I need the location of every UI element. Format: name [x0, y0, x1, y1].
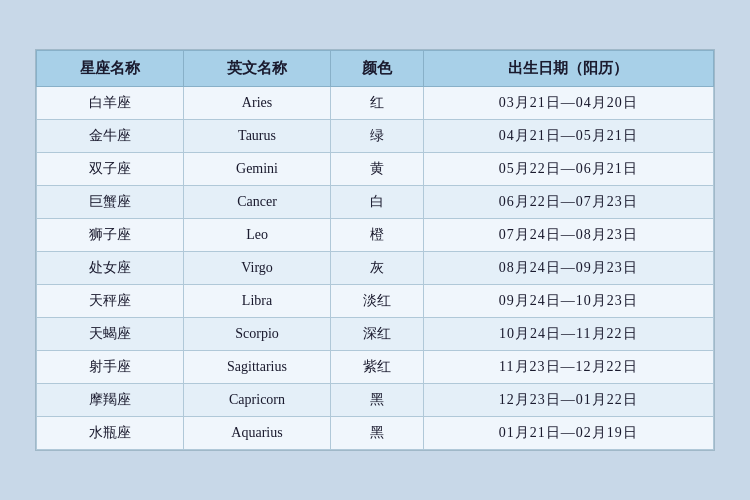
cell-english: Virgo	[184, 252, 331, 285]
cell-english: Aries	[184, 87, 331, 120]
table-row: 摩羯座Capricorn黑12月23日—01月22日	[37, 384, 714, 417]
table-row: 射手座Sagittarius紫红11月23日—12月22日	[37, 351, 714, 384]
cell-chinese: 天秤座	[37, 285, 184, 318]
cell-english: Leo	[184, 219, 331, 252]
cell-color: 灰	[331, 252, 424, 285]
cell-chinese: 巨蟹座	[37, 186, 184, 219]
cell-chinese: 处女座	[37, 252, 184, 285]
table-row: 天蝎座Scorpio深红10月24日—11月22日	[37, 318, 714, 351]
cell-dates: 04月21日—05月21日	[423, 120, 713, 153]
table-row: 天秤座Libra淡红09月24日—10月23日	[37, 285, 714, 318]
col-header-english: 英文名称	[184, 51, 331, 87]
cell-dates: 12月23日—01月22日	[423, 384, 713, 417]
zodiac-table-container: 星座名称 英文名称 颜色 出生日期（阳历） 白羊座Aries红03月21日—04…	[35, 49, 715, 451]
table-row: 处女座Virgo灰08月24日—09月23日	[37, 252, 714, 285]
table-header-row: 星座名称 英文名称 颜色 出生日期（阳历）	[37, 51, 714, 87]
cell-english: Capricorn	[184, 384, 331, 417]
cell-english: Aquarius	[184, 417, 331, 450]
table-row: 金牛座Taurus绿04月21日—05月21日	[37, 120, 714, 153]
table-row: 巨蟹座Cancer白06月22日—07月23日	[37, 186, 714, 219]
cell-color: 红	[331, 87, 424, 120]
cell-dates: 10月24日—11月22日	[423, 318, 713, 351]
cell-color: 黑	[331, 417, 424, 450]
cell-chinese: 金牛座	[37, 120, 184, 153]
col-header-color: 颜色	[331, 51, 424, 87]
cell-chinese: 天蝎座	[37, 318, 184, 351]
cell-english: Cancer	[184, 186, 331, 219]
cell-dates: 07月24日—08月23日	[423, 219, 713, 252]
cell-dates: 03月21日—04月20日	[423, 87, 713, 120]
cell-chinese: 狮子座	[37, 219, 184, 252]
table-row: 水瓶座Aquarius黑01月21日—02月19日	[37, 417, 714, 450]
cell-english: Scorpio	[184, 318, 331, 351]
cell-chinese: 摩羯座	[37, 384, 184, 417]
cell-english: Sagittarius	[184, 351, 331, 384]
zodiac-table: 星座名称 英文名称 颜色 出生日期（阳历） 白羊座Aries红03月21日—04…	[36, 50, 714, 450]
cell-dates: 11月23日—12月22日	[423, 351, 713, 384]
table-row: 狮子座Leo橙07月24日—08月23日	[37, 219, 714, 252]
cell-english: Libra	[184, 285, 331, 318]
col-header-chinese: 星座名称	[37, 51, 184, 87]
col-header-dates: 出生日期（阳历）	[423, 51, 713, 87]
table-row: 双子座Gemini黄05月22日—06月21日	[37, 153, 714, 186]
cell-chinese: 射手座	[37, 351, 184, 384]
cell-english: Taurus	[184, 120, 331, 153]
cell-chinese: 白羊座	[37, 87, 184, 120]
cell-color: 白	[331, 186, 424, 219]
cell-dates: 01月21日—02月19日	[423, 417, 713, 450]
cell-color: 绿	[331, 120, 424, 153]
cell-dates: 09月24日—10月23日	[423, 285, 713, 318]
cell-color: 紫红	[331, 351, 424, 384]
cell-color: 深红	[331, 318, 424, 351]
cell-color: 黄	[331, 153, 424, 186]
cell-color: 黑	[331, 384, 424, 417]
cell-chinese: 水瓶座	[37, 417, 184, 450]
cell-english: Gemini	[184, 153, 331, 186]
cell-dates: 06月22日—07月23日	[423, 186, 713, 219]
cell-color: 橙	[331, 219, 424, 252]
table-row: 白羊座Aries红03月21日—04月20日	[37, 87, 714, 120]
cell-dates: 08月24日—09月23日	[423, 252, 713, 285]
cell-dates: 05月22日—06月21日	[423, 153, 713, 186]
cell-color: 淡红	[331, 285, 424, 318]
cell-chinese: 双子座	[37, 153, 184, 186]
